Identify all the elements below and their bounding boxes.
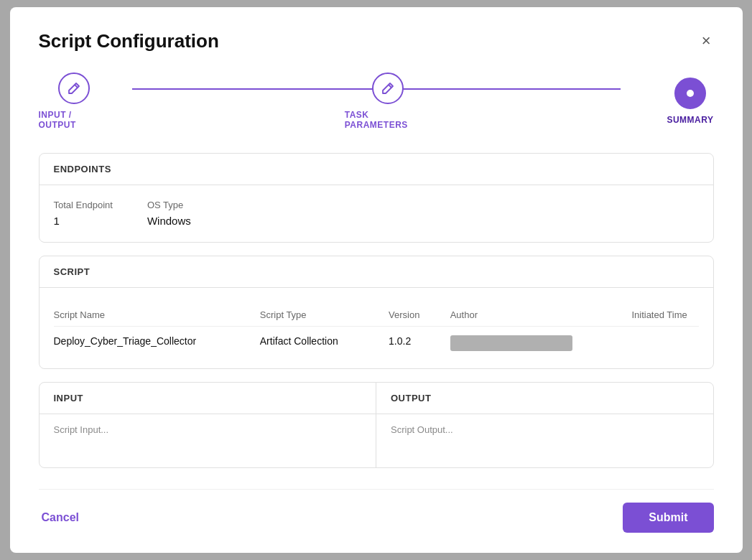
os-type-label: OS Type <box>147 200 191 210</box>
cell-script-type: Artifact Collection <box>260 327 389 355</box>
step-input-output[interactable]: INPUT / OUTPUT <box>39 73 110 130</box>
col-author: Author <box>450 302 632 327</box>
col-script-type: Script Type <box>260 302 389 327</box>
input-panel: INPUT Script Input... <box>40 383 377 467</box>
step-label-3: SUMMARY <box>667 115 713 125</box>
io-section: INPUT Script Input... OUTPUT Script Outp… <box>39 382 714 468</box>
stepper: INPUT / OUTPUT TASK PARAMETERS <box>39 73 714 130</box>
circle-icon-3 <box>683 86 697 101</box>
total-endpoint-label: Total Endpoint <box>54 200 113 210</box>
output-header: OUTPUT <box>376 383 713 414</box>
endpoints-header: ENDPOINTS <box>40 154 713 185</box>
close-button[interactable]: × <box>699 30 714 52</box>
cancel-button[interactable]: Cancel <box>39 505 82 530</box>
step-circle-1 <box>58 73 90 104</box>
output-body-text: Script Output... <box>391 424 453 435</box>
script-table-row: Deploy_Cyber_Triage_Collector Artifact C… <box>54 327 699 355</box>
col-script-name: Script Name <box>54 302 260 327</box>
cell-version: 1.0.2 <box>389 327 450 355</box>
step-label-2: TASK PARAMETERS <box>345 110 432 130</box>
endpoints-section: ENDPOINTS Total Endpoint 1 OS Type Windo… <box>39 153 714 243</box>
step-summary[interactable]: SUMMARY <box>667 78 713 125</box>
script-table-header-row: Script Name Script Type Version Author I… <box>54 302 699 327</box>
modal-container: Script Configuration × INPUT / OUTPUT <box>10 7 743 553</box>
pencil-icon-1 <box>67 81 81 95</box>
os-type-col: OS Type Windows <box>147 200 191 228</box>
author-redacted-bar <box>450 335 572 351</box>
modal-title: Script Configuration <box>39 30 219 52</box>
col-version: Version <box>389 302 450 327</box>
input-header: INPUT <box>40 383 376 414</box>
script-table: Script Name Script Type Version Author I… <box>54 302 699 354</box>
modal-overlay: Script Configuration × INPUT / OUTPUT <box>0 0 752 560</box>
output-body: Script Output... <box>376 414 713 445</box>
modal-header: Script Configuration × <box>39 30 714 52</box>
cell-initiated-time <box>631 327 698 355</box>
input-body: Script Input... <box>40 414 376 445</box>
script-section: SCRIPT Script Name Script Type Version A… <box>39 256 714 369</box>
os-type-value: Windows <box>147 215 191 227</box>
step-circle-3 <box>674 78 706 109</box>
step-task-parameters[interactable]: TASK PARAMETERS <box>345 73 432 130</box>
cell-script-name: Deploy_Cyber_Triage_Collector <box>54 327 260 355</box>
endpoints-body: Total Endpoint 1 OS Type Windows <box>40 185 713 242</box>
col-initiated-time: Initiated Time <box>631 302 698 327</box>
pencil-icon-2 <box>381 81 395 95</box>
endpoints-info-grid: Total Endpoint 1 OS Type Windows <box>54 200 699 228</box>
total-endpoint-col: Total Endpoint 1 <box>54 200 113 228</box>
content-area: ENDPOINTS Total Endpoint 1 OS Type Windo… <box>39 153 714 489</box>
modal-footer: Cancel Submit <box>39 489 714 533</box>
script-body: Script Name Script Type Version Author I… <box>40 288 713 368</box>
input-body-text: Script Input... <box>54 424 109 435</box>
output-panel: OUTPUT Script Output... <box>376 383 713 467</box>
total-endpoint-value: 1 <box>54 215 60 227</box>
svg-point-0 <box>687 90 694 97</box>
cell-author <box>450 327 632 355</box>
step-label-1: INPUT / OUTPUT <box>39 110 110 130</box>
script-header: SCRIPT <box>40 256 713 288</box>
step-circle-2 <box>372 73 404 104</box>
submit-button[interactable]: Submit <box>623 503 713 533</box>
